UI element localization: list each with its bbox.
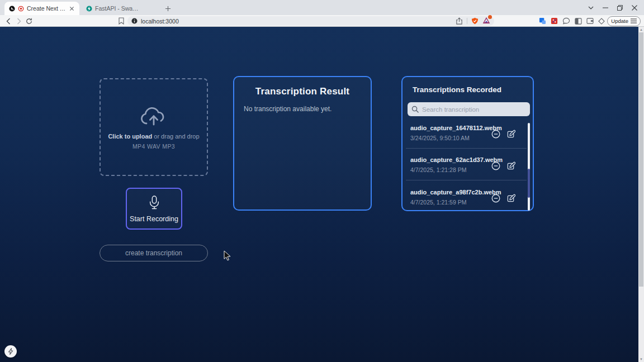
window-controls — [584, 0, 642, 15]
recording-actions — [491, 161, 515, 170]
recording-name: audio_capture_62ac1d37.webm — [410, 156, 503, 163]
upload-cta: Click to upload or drag and drop — [108, 133, 199, 140]
window-close-button[interactable] — [627, 0, 642, 15]
browser-toolbar: localhost:3000 Update — [0, 15, 644, 27]
rewards-diamond-icon[interactable] — [598, 18, 605, 25]
reload-button[interactable] — [24, 16, 34, 26]
recording-list-item[interactable]: audio_capture_62ac1d37.webm 4/7/2025, 1:… — [402, 154, 529, 185]
recording-date: 3/24/2025, 9:50:10 AM — [410, 135, 470, 141]
wallet-icon[interactable] — [586, 18, 594, 24]
nextjs-favicon-icon — [9, 6, 15, 12]
back-button[interactable] — [3, 16, 13, 26]
extension-blue-icon[interactable] — [539, 17, 546, 25]
tab-title: FastAPI - Swagger UI — [95, 5, 140, 12]
start-recording-button[interactable]: Start Recording — [126, 188, 182, 230]
window-minimize-button[interactable] — [598, 0, 613, 15]
search-box[interactable] — [408, 102, 530, 116]
recording-name: audio_capture_a98f7c2b.webm — [410, 189, 501, 196]
cloud-upload-icon — [139, 105, 168, 127]
search-input[interactable] — [422, 106, 517, 113]
remove-recording-button[interactable] — [491, 129, 500, 139]
recording-date: 4/7/2025, 1:21:59 PM — [410, 199, 466, 206]
edit-recording-button[interactable] — [506, 161, 515, 170]
mouse-cursor — [224, 250, 231, 261]
window-restore-button[interactable] — [613, 0, 627, 15]
toolbar-divider — [467, 18, 467, 24]
result-panel-title: Transcription Result — [234, 86, 371, 97]
edit-recording-button[interactable] — [506, 193, 515, 203]
scrollbar-up-arrow[interactable]: ▲ — [638, 27, 644, 32]
start-recording-label: Start Recording — [130, 215, 178, 223]
tab-recording-indicator-icon — [18, 6, 24, 12]
recording-name: audio_capture_16478112.webm — [410, 125, 502, 131]
update-label: Update — [611, 18, 628, 24]
microphone-icon — [148, 195, 160, 211]
new-tab-button[interactable] — [162, 3, 173, 14]
url-bar[interactable]: localhost:3000 — [127, 16, 494, 26]
brave-shield-icon[interactable] — [471, 17, 479, 25]
tab-close-icon[interactable] — [68, 5, 75, 12]
list-scrollbar-track[interactable] — [528, 123, 530, 211]
tab-fastapi-swagger[interactable]: FastAPI - Swagger UI — [82, 2, 144, 15]
menu-hamburger-icon — [631, 18, 637, 23]
update-menu-button[interactable]: Update — [607, 16, 641, 26]
tab-create-next-app[interactable]: Create Next App — [4, 2, 79, 15]
recording-actions — [491, 129, 515, 139]
result-empty-message: No transcription available yet. — [244, 105, 371, 113]
upload-cta-rest: or drag and drop — [152, 133, 199, 140]
page-scrollbar[interactable]: ▲ ▼ — [638, 27, 644, 362]
fastapi-favicon-icon — [86, 6, 92, 12]
app-page: Click to upload or drag and drop MP4 WAV… — [0, 27, 638, 362]
sidebar-toggle-icon[interactable] — [575, 18, 582, 25]
nextjs-dev-badge[interactable] — [4, 345, 17, 358]
list-divider — [406, 180, 527, 180]
window-chevron-button[interactable] — [584, 0, 598, 15]
recording-actions — [491, 193, 515, 203]
tab-title: Create Next App — [27, 5, 65, 12]
brave-rewards-icon[interactable] — [482, 16, 490, 26]
share-icon[interactable] — [456, 17, 463, 25]
site-info-icon[interactable] — [131, 18, 138, 24]
remove-recording-button[interactable] — [491, 193, 500, 203]
leo-ai-icon[interactable] — [562, 17, 570, 25]
upload-cta-strong: Click to upload — [108, 133, 152, 140]
scrollbar-down-arrow[interactable]: ▼ — [638, 356, 644, 362]
page-scrollbar-thumb[interactable] — [639, 32, 643, 287]
list-scrollbar-thumb[interactable] — [528, 169, 530, 198]
extensions-row — [539, 16, 616, 26]
recording-list-item[interactable]: audio_capture_a98f7c2b.webm 4/7/2025, 1:… — [402, 186, 529, 218]
transcription-result-panel: Transcription Result No transcription av… — [233, 76, 372, 211]
list-divider — [406, 148, 527, 149]
recording-date: 4/7/2025, 1:21:28 PM — [410, 166, 466, 173]
search-icon — [411, 106, 419, 113]
recording-list-item[interactable]: audio_capture_16478112.webm 3/24/2025, 9… — [402, 122, 529, 154]
upload-dropzone[interactable]: Click to upload or drag and drop MP4 WAV… — [100, 78, 208, 176]
recordings-panel-title: Transcriptions Recorded — [413, 85, 533, 94]
browser-window: Create Next App FastAPI - Swagger UI loc… — [0, 0, 644, 362]
remove-recording-button[interactable] — [491, 161, 500, 170]
url-text: localhost:3000 — [141, 18, 179, 25]
transcriptions-recorded-panel: Transcriptions Recorded audio_capture_16… — [401, 76, 534, 211]
extension-pixel-icon[interactable] — [551, 17, 558, 25]
forward-button[interactable] — [14, 16, 23, 26]
tab-strip: Create Next App FastAPI - Swagger UI — [0, 0, 644, 15]
edit-recording-button[interactable] — [506, 129, 515, 139]
create-transcription-button[interactable]: create transcription — [100, 245, 208, 261]
lightning-icon — [8, 348, 14, 355]
bookmark-icon[interactable] — [116, 16, 126, 26]
upload-formats: MP4 WAV MP3 — [132, 143, 175, 150]
